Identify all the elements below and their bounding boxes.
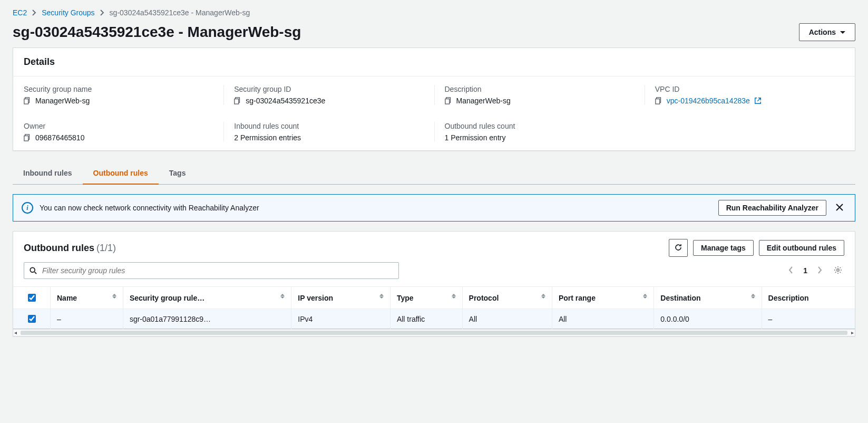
svg-rect-7 bbox=[656, 99, 660, 104]
rules-count: (1/1) bbox=[96, 243, 116, 253]
run-reachability-button[interactable]: Run Reachability Analyzer bbox=[718, 200, 826, 216]
cell-ip-version: IPv4 bbox=[291, 309, 391, 329]
col-destination[interactable]: Destination bbox=[654, 287, 762, 309]
select-all-checkbox[interactable] bbox=[28, 294, 36, 302]
svg-rect-1 bbox=[24, 99, 28, 104]
svg-rect-9 bbox=[24, 136, 28, 141]
col-protocol[interactable]: Protocol bbox=[462, 287, 552, 309]
copy-icon[interactable] bbox=[24, 97, 31, 104]
value-description: ManagerWeb-sg bbox=[456, 97, 511, 105]
cell-description: – bbox=[762, 309, 855, 329]
refresh-button[interactable] bbox=[669, 239, 688, 257]
label-description: Description bbox=[445, 85, 634, 93]
value-inbound-count: 2 Permission entries bbox=[234, 133, 301, 142]
vpc-link[interactable]: vpc-019426b95ca14283e bbox=[667, 97, 750, 105]
value-sg-id: sg-03024a5435921ce3e bbox=[246, 97, 325, 105]
edit-outbound-rules-button[interactable]: Edit outbound rules bbox=[759, 240, 844, 256]
table-row[interactable]: – sgr-0a01a77991128c9… IPv4 All traffic … bbox=[13, 309, 855, 329]
col-rule-id[interactable]: Security group rule… bbox=[123, 287, 291, 309]
col-name[interactable]: Name bbox=[51, 287, 123, 309]
label-owner: Owner bbox=[24, 122, 213, 130]
copy-icon[interactable] bbox=[655, 97, 662, 104]
rules-title: Outbound rules bbox=[24, 243, 94, 253]
label-sg-id: Security group ID bbox=[234, 85, 423, 93]
refresh-icon bbox=[674, 243, 682, 253]
details-heading: Details bbox=[24, 56, 844, 68]
cell-rule-id: sgr-0a01a77991128c9… bbox=[123, 309, 291, 329]
cell-port-range: All bbox=[552, 309, 654, 329]
value-outbound-count: 1 Permission entry bbox=[445, 133, 506, 142]
label-sg-name: Security group name bbox=[24, 85, 213, 93]
close-alert-button[interactable] bbox=[833, 200, 846, 216]
chevron-right-icon bbox=[100, 9, 104, 16]
svg-point-11 bbox=[837, 268, 839, 271]
reachability-alert: i You can now check network connectivity… bbox=[13, 194, 855, 222]
label-vpc-id: VPC ID bbox=[655, 85, 844, 93]
svg-point-10 bbox=[30, 267, 35, 272]
page-number: 1 bbox=[803, 266, 807, 275]
label-outbound-count: Outbound rules count bbox=[445, 122, 634, 130]
outbound-rules-panel: Outbound rules (1/1) Manage tags Edit ou… bbox=[13, 231, 855, 337]
col-type[interactable]: Type bbox=[390, 287, 462, 309]
actions-label: Actions bbox=[809, 27, 836, 37]
next-page-button[interactable] bbox=[815, 264, 824, 277]
filter-input-wrapper[interactable] bbox=[24, 262, 399, 279]
tabs: Inbound rules Outbound rules Tags bbox=[13, 162, 855, 185]
cell-name: – bbox=[51, 309, 123, 329]
caret-down-icon bbox=[840, 31, 845, 34]
rules-table: Name Security group rule… IP version Typ… bbox=[13, 286, 855, 329]
copy-icon[interactable] bbox=[24, 134, 31, 141]
col-port-range[interactable]: Port range bbox=[552, 287, 654, 309]
horizontal-scrollbar[interactable] bbox=[13, 329, 855, 336]
settings-button[interactable] bbox=[832, 264, 844, 278]
copy-icon[interactable] bbox=[445, 97, 452, 104]
cell-protocol: All bbox=[462, 309, 552, 329]
value-sg-name: ManagerWeb-sg bbox=[35, 97, 90, 105]
external-link-icon bbox=[754, 97, 762, 104]
svg-rect-3 bbox=[235, 99, 239, 104]
svg-rect-5 bbox=[445, 99, 449, 104]
crumb-security-groups[interactable]: Security Groups bbox=[42, 8, 94, 17]
value-owner: 096876465810 bbox=[35, 133, 84, 142]
chevron-right-icon bbox=[32, 9, 36, 16]
crumb-ec2[interactable]: EC2 bbox=[13, 8, 27, 17]
actions-button[interactable]: Actions bbox=[799, 23, 855, 41]
info-icon: i bbox=[22, 202, 33, 214]
search-icon bbox=[30, 267, 37, 274]
prev-page-button[interactable] bbox=[786, 264, 796, 277]
copy-icon[interactable] bbox=[234, 97, 241, 104]
label-inbound-count: Inbound rules count bbox=[234, 122, 423, 130]
page-title: sg-03024a5435921ce3e - ManagerWeb-sg bbox=[13, 24, 301, 41]
breadcrumb: EC2 Security Groups sg-03024a5435921ce3e… bbox=[13, 4, 855, 19]
col-description[interactable]: Description bbox=[762, 287, 855, 309]
crumb-current: sg-03024a5435921ce3e - ManagerWeb-sg bbox=[110, 8, 250, 17]
alert-message: You can now check network connectivity w… bbox=[40, 204, 712, 212]
details-panel: Details Security group name ManagerWeb-s… bbox=[13, 47, 855, 151]
filter-input[interactable] bbox=[41, 266, 393, 275]
cell-type: All traffic bbox=[390, 309, 462, 329]
manage-tags-button[interactable]: Manage tags bbox=[693, 240, 754, 256]
row-checkbox[interactable] bbox=[28, 315, 36, 323]
col-ip-version[interactable]: IP version bbox=[291, 287, 391, 309]
tab-tags[interactable]: Tags bbox=[159, 162, 197, 185]
cell-destination: 0.0.0.0/0 bbox=[654, 309, 762, 329]
tab-outbound-rules[interactable]: Outbound rules bbox=[83, 162, 159, 185]
tab-inbound-rules[interactable]: Inbound rules bbox=[13, 162, 83, 185]
